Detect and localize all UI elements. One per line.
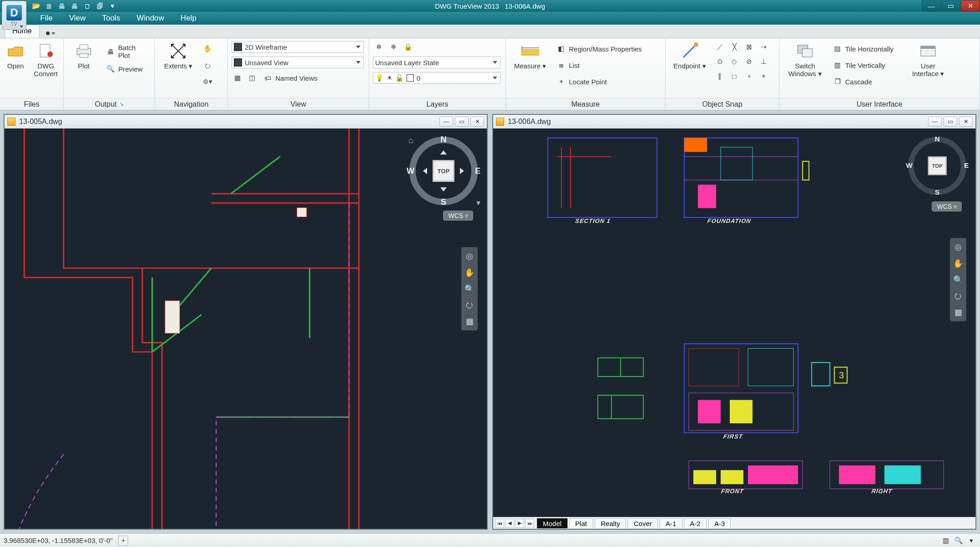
osnap-node-button[interactable]: ∘: [743, 70, 755, 82]
current-layer-dropdown[interactable]: 💡 ☀ 🔓 0: [373, 72, 500, 84]
doc-close-button[interactable]: ✕: [470, 117, 484, 127]
wcs-indicator[interactable]: WCS ▿: [443, 211, 473, 221]
doc-maximize-button[interactable]: ▭: [944, 117, 957, 127]
qat-plot-icon[interactable]: 🖶: [57, 2, 66, 10]
layout-tab-model[interactable]: Model: [537, 518, 567, 528]
close-button[interactable]: ✕: [961, 0, 980, 11]
switch-windows-button[interactable]: Switch Windows ▾: [783, 41, 827, 79]
qat-dropdown-icon[interactable]: ▾: [108, 2, 117, 10]
open-button[interactable]: Open: [4, 41, 27, 71]
showmotion-icon[interactable]: ▦: [466, 316, 474, 326]
orbit-icon[interactable]: ⭮: [954, 291, 962, 301]
orbit-button[interactable]: ⭮: [201, 59, 213, 71]
layout-tab-cover[interactable]: Cover: [628, 518, 658, 528]
drawing-canvas[interactable]: ⌂ ▾ N S E W TOP WCS ▿ ◎ ✋ 🔍 ⭮ ▦: [5, 129, 487, 529]
application-menu-button[interactable]: D TV: [2, 1, 26, 30]
showmotion-icon[interactable]: ▦: [954, 307, 962, 317]
view-cube[interactable]: ⌂ ▾ N S E W TOP: [409, 137, 478, 205]
triangle-up-icon[interactable]: [440, 150, 447, 155]
triangle-left-icon[interactable]: [423, 168, 427, 174]
home-icon[interactable]: ⌂: [408, 136, 413, 145]
osnap-per-button[interactable]: ⊥: [758, 56, 769, 67]
layout-tab-a3[interactable]: A-3: [708, 518, 731, 528]
menu-window[interactable]: Window: [129, 12, 172, 24]
user-interface-button[interactable]: User Interface ▾: [906, 41, 950, 79]
osnap-ext-button[interactable]: ⇢: [758, 41, 769, 53]
menu-help[interactable]: Help: [172, 12, 205, 24]
pan-button[interactable]: ✋: [201, 43, 213, 55]
layer-off-button[interactable]: ❄: [387, 41, 399, 53]
steering-wheel-button[interactable]: ⊚▾: [201, 76, 213, 88]
locate-point-button[interactable]: ⌖Locate Point: [554, 76, 644, 88]
cascade-button[interactable]: ❐Cascade: [830, 76, 895, 88]
status-add-button[interactable]: ＋: [118, 536, 128, 546]
doc-minimize-button[interactable]: —: [439, 117, 453, 127]
visual-style-dropdown[interactable]: 2D Wireframe: [232, 41, 364, 53]
triangle-right-icon[interactable]: [460, 168, 464, 174]
named-view-dropdown[interactable]: Unsaved View: [232, 57, 364, 68]
doc-close-button[interactable]: ✕: [959, 117, 973, 127]
layout-tab-plat[interactable]: Plat: [569, 518, 593, 528]
zoom-extents-button[interactable]: Extents ▾: [159, 41, 198, 71]
dialog-launcher-icon[interactable]: ↘: [119, 101, 124, 107]
drawing-canvas[interactable]: 3 SECTION 1 FOUNDATION FIRST FRONT RIGHT…: [493, 129, 975, 517]
dwg-convert-button[interactable]: DWG Convert: [31, 41, 61, 79]
osnap-mid-button[interactable]: ／: [714, 41, 726, 53]
osnap-appint-button[interactable]: ⊠: [743, 41, 755, 53]
doc-minimize-button[interactable]: —: [928, 117, 942, 127]
layer-state-dropdown[interactable]: Unsaved Layer State: [373, 57, 500, 68]
qat-page-icon[interactable]: 🗐: [96, 2, 104, 10]
qat-open-icon[interactable]: 📂: [32, 2, 40, 10]
zoom-icon[interactable]: 🔍: [464, 284, 475, 294]
plot-button[interactable]: Plot: [67, 41, 100, 71]
layout-tab-realty[interactable]: Realty: [595, 518, 626, 528]
measure-button[interactable]: Measure ▾: [510, 41, 551, 71]
tray-annotation-icon[interactable]: 🔍: [954, 536, 964, 546]
list-button[interactable]: ≣List: [554, 59, 644, 71]
document-titlebar[interactable]: 13-006A.dwg — ▭ ✕: [493, 115, 975, 129]
tab-nav-last[interactable]: ⏭: [525, 519, 534, 528]
tile-horizontal-button[interactable]: ▤Tile Horizontally: [830, 43, 895, 55]
region-mass-button[interactable]: ◧Region/Mass Properties: [554, 43, 644, 55]
endpoint-button[interactable]: Endpoint ▾: [669, 41, 710, 71]
view-cube[interactable]: N S E W TOP: [908, 137, 967, 195]
pan-icon[interactable]: ✋: [464, 268, 475, 278]
batch-plot-button[interactable]: 🖶 Batch Plot: [104, 43, 151, 60]
osnap-cen-button[interactable]: ⊙: [714, 56, 726, 67]
document-titlebar[interactable]: 13-005A.dwg — ▭ ✕: [5, 115, 487, 129]
tab-nav-next[interactable]: ▶: [515, 519, 524, 528]
tile-vertical-button[interactable]: ▥Tile Vertically: [830, 59, 895, 71]
menu-file[interactable]: File: [32, 12, 61, 24]
osnap-int-button[interactable]: ╳: [728, 41, 740, 53]
preview-button[interactable]: 🔍 Preview: [104, 63, 151, 75]
osnap-ins-button[interactable]: □: [728, 70, 740, 82]
menu-tools[interactable]: Tools: [94, 12, 129, 24]
tray-menu-icon[interactable]: ▾: [966, 536, 976, 546]
triangle-down-icon[interactable]: [440, 187, 447, 191]
view-iso-button[interactable]: ◫: [246, 72, 258, 84]
menu-view[interactable]: View: [61, 12, 94, 24]
named-views-button[interactable]: 🏷 Named Views: [261, 72, 319, 84]
zoom-icon[interactable]: 🔍: [953, 275, 963, 285]
minimize-button[interactable]: —: [922, 0, 941, 11]
wcs-indicator[interactable]: WCS ▿: [932, 201, 962, 212]
tab-nav-prev[interactable]: ◀: [505, 519, 514, 528]
qat-plot-preview-icon[interactable]: 🖶: [70, 2, 78, 10]
pan-icon[interactable]: ✋: [953, 258, 963, 268]
layout-tab-a2[interactable]: A-2: [684, 518, 707, 528]
layer-lock-button[interactable]: 🔒: [402, 41, 414, 53]
steering-wheel-icon[interactable]: ◎: [954, 242, 962, 252]
layer-freeze-button[interactable]: ❄: [373, 41, 385, 53]
orbit-icon[interactable]: ⭮: [465, 300, 474, 310]
qat-save-icon[interactable]: 🗎: [45, 2, 53, 10]
viewcube-compass-ring[interactable]: [908, 137, 967, 195]
steering-wheel-icon[interactable]: ◎: [466, 251, 473, 261]
osnap-tan-button[interactable]: ⊘: [743, 56, 755, 67]
qat-find-icon[interactable]: 🗋: [83, 2, 91, 10]
tab-nav-first[interactable]: ⏮: [495, 519, 504, 528]
osnap-nea-button[interactable]: ⌖: [758, 70, 769, 82]
doc-maximize-button[interactable]: ▭: [455, 117, 469, 127]
tray-model-icon[interactable]: ▥: [941, 536, 951, 546]
maximize-button[interactable]: ▭: [941, 0, 960, 11]
osnap-par-button[interactable]: ∥: [714, 70, 726, 82]
